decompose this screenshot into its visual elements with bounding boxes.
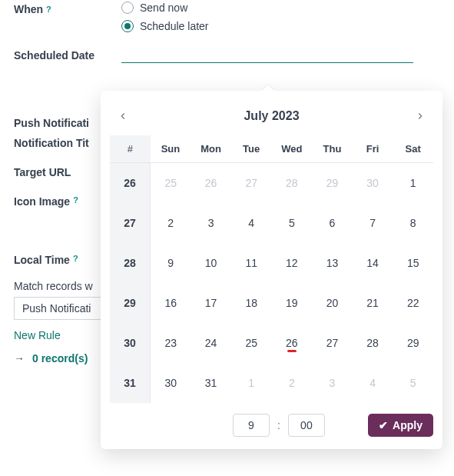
apply-button[interactable]: ✔ Apply: [368, 414, 433, 437]
calendar-day-cell[interactable]: 1: [231, 363, 272, 403]
calendar-day-cell[interactable]: 8: [393, 203, 433, 243]
apply-button-label: Apply: [393, 419, 423, 431]
radio-icon: [121, 20, 134, 32]
calendar-day-cell[interactable]: 25: [151, 163, 191, 203]
date-picker-popup: July 2023 #SunMonTueWedThuFriSat 2625262…: [101, 91, 442, 449]
calendar-grid: #SunMonTueWedThuFriSat 26252627282930127…: [110, 135, 433, 403]
calendar-row: 289101112131415: [110, 243, 433, 283]
dow-header: Thu: [312, 135, 353, 163]
dow-header: Sat: [393, 135, 433, 163]
dow-header: Sun: [151, 135, 191, 163]
help-icon[interactable]: ?: [73, 195, 78, 208]
calendar-day-cell[interactable]: 2: [151, 203, 191, 243]
local-time-label: Local Time: [14, 254, 70, 266]
calendar-row: 272345678: [110, 203, 433, 243]
when-radio-group: Send now Schedule later: [121, 0, 209, 32]
dow-header: Fri: [353, 135, 393, 163]
new-rule-link[interactable]: New Rule: [14, 329, 61, 341]
calendar-day-cell[interactable]: 9: [151, 243, 191, 283]
calendar-day-cell[interactable]: 19: [272, 283, 313, 323]
calendar-day-cell[interactable]: 4: [231, 203, 272, 243]
week-number-cell: 30: [110, 323, 151, 363]
calendar-day-cell[interactable]: 6: [312, 203, 353, 243]
check-icon: ✔: [379, 419, 388, 431]
next-month-button[interactable]: [412, 108, 429, 125]
time-input-group: :: [233, 414, 325, 437]
week-number-cell: 26: [110, 163, 151, 203]
calendar-day-cell[interactable]: 3: [191, 203, 231, 243]
help-icon[interactable]: ?: [73, 254, 78, 266]
arrow-right-icon: →: [14, 352, 25, 364]
calendar-row: 2916171819202122: [110, 283, 433, 323]
icon-image-label: Icon Image: [14, 195, 70, 208]
calendar-day-cell[interactable]: 27: [231, 163, 272, 203]
calendar-day-cell[interactable]: 15: [393, 243, 433, 283]
calendar-day-cell[interactable]: 11: [231, 243, 272, 283]
calendar-row: 31303112345: [110, 363, 433, 403]
calendar-day-cell[interactable]: 13: [312, 243, 353, 283]
calendar-day-cell[interactable]: 17: [191, 283, 231, 323]
calendar-day-cell[interactable]: 5: [393, 363, 433, 403]
week-number-cell: 28: [110, 243, 151, 283]
calendar-day-cell[interactable]: 28: [353, 323, 393, 363]
calendar-row: 262526272829301: [110, 163, 433, 203]
hour-input[interactable]: [233, 414, 270, 437]
calendar-day-cell[interactable]: 14: [353, 243, 393, 283]
week-number-header: #: [110, 135, 151, 163]
calendar-row: 3023242526272829: [110, 323, 433, 363]
calendar-day-cell[interactable]: 2: [272, 363, 313, 403]
time-separator: :: [277, 419, 280, 431]
calendar-day-cell[interactable]: 3: [312, 363, 353, 403]
radio-send-now[interactable]: Send now: [121, 2, 209, 14]
prev-month-button[interactable]: [114, 108, 131, 125]
week-number-cell: 27: [110, 203, 151, 243]
radio-label: Send now: [140, 2, 187, 14]
chevron-right-icon: [415, 111, 426, 121]
week-number-cell: 31: [110, 363, 151, 403]
dow-header: Tue: [231, 135, 272, 163]
calendar-day-cell[interactable]: 31: [191, 363, 231, 403]
calendar-day-cell[interactable]: 26: [272, 323, 313, 363]
chevron-left-icon: [118, 111, 128, 121]
calendar-day-cell[interactable]: 4: [353, 363, 393, 403]
calendar-day-cell[interactable]: 30: [353, 163, 393, 203]
calendar-day-cell[interactable]: 28: [272, 163, 313, 203]
calendar-day-cell[interactable]: 18: [231, 283, 272, 323]
minute-input[interactable]: [288, 414, 325, 437]
calendar-day-cell[interactable]: 25: [231, 323, 272, 363]
calendar-title: July 2023: [244, 109, 299, 123]
calendar-day-cell[interactable]: 22: [393, 283, 433, 323]
radio-label: Schedule later: [140, 20, 209, 32]
calendar-day-cell[interactable]: 5: [272, 203, 313, 243]
calendar-day-cell[interactable]: 27: [312, 323, 353, 363]
calendar-day-cell[interactable]: 24: [191, 323, 231, 363]
radio-schedule-later[interactable]: Schedule later: [121, 20, 209, 32]
scheduled-date-input[interactable]: [121, 46, 413, 63]
calendar-day-cell[interactable]: 12: [272, 243, 313, 283]
scheduled-date-label: Scheduled Date: [14, 49, 94, 62]
calendar-day-cell[interactable]: 21: [353, 283, 393, 323]
calendar-day-cell[interactable]: 29: [312, 163, 353, 203]
week-number-cell: 29: [110, 283, 151, 323]
calendar-day-cell[interactable]: 10: [191, 243, 231, 283]
calendar-day-cell[interactable]: 30: [151, 363, 191, 403]
dow-header: Wed: [272, 135, 313, 163]
help-icon[interactable]: ?: [46, 5, 51, 14]
when-label: When: [14, 3, 43, 15]
calendar-day-cell[interactable]: 20: [312, 283, 353, 323]
calendar-day-cell[interactable]: 7: [353, 203, 393, 243]
calendar-day-cell[interactable]: 26: [191, 163, 231, 203]
calendar-day-cell[interactable]: 23: [151, 323, 191, 363]
dow-header: Mon: [191, 135, 231, 163]
calendar-day-cell[interactable]: 1: [393, 163, 433, 203]
calendar-day-cell[interactable]: 29: [393, 323, 433, 363]
records-count-link[interactable]: 0 record(s): [32, 352, 88, 364]
calendar-day-cell[interactable]: 16: [151, 283, 191, 323]
radio-icon: [121, 2, 134, 14]
